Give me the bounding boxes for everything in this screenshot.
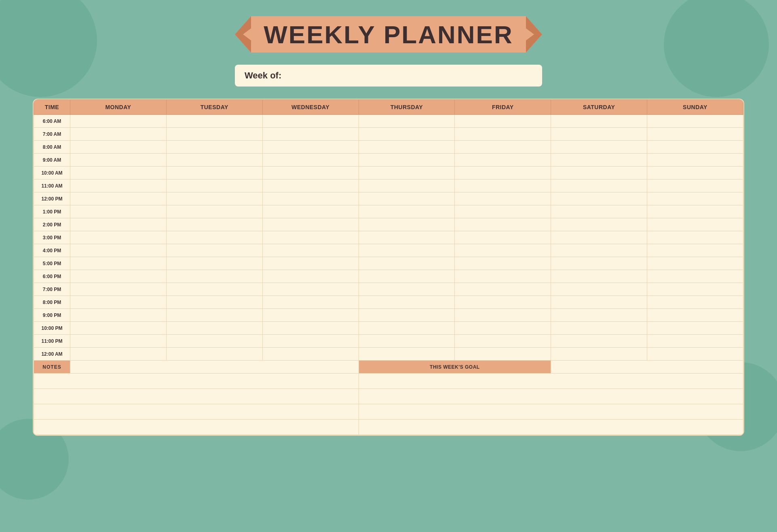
data-cell-row11-col4[interactable] <box>455 257 551 270</box>
data-cell-row12-col3[interactable] <box>359 270 455 283</box>
data-cell-row13-col1[interactable] <box>166 283 262 296</box>
notes-row-2[interactable] <box>34 389 359 404</box>
data-cell-row14-col3[interactable] <box>359 296 455 309</box>
data-cell-row9-col3[interactable] <box>359 231 455 244</box>
data-cell-row3-col0[interactable] <box>70 154 167 167</box>
data-cell-row12-col5[interactable] <box>551 270 647 283</box>
data-cell-row9-col6[interactable] <box>647 231 743 244</box>
data-cell-row5-col0[interactable] <box>70 179 167 192</box>
data-cell-row6-col4[interactable] <box>455 192 551 205</box>
data-cell-row8-col6[interactable] <box>647 218 743 231</box>
data-cell-row13-col5[interactable] <box>551 283 647 296</box>
data-cell-row15-col2[interactable] <box>262 309 359 322</box>
data-cell-row0-col1[interactable] <box>166 115 262 128</box>
data-cell-row18-col2[interactable] <box>262 348 359 361</box>
data-cell-row4-col4[interactable] <box>455 167 551 179</box>
data-cell-row16-col1[interactable] <box>166 322 262 335</box>
data-cell-row17-col2[interactable] <box>262 335 359 348</box>
data-cell-row4-col0[interactable] <box>70 167 167 179</box>
data-cell-row18-col5[interactable] <box>551 348 647 361</box>
data-cell-row0-col0[interactable] <box>70 115 167 128</box>
data-cell-row10-col2[interactable] <box>262 244 359 257</box>
data-cell-row4-col3[interactable] <box>359 167 455 179</box>
data-cell-row11-col2[interactable] <box>262 257 359 270</box>
data-cell-row8-col5[interactable] <box>551 218 647 231</box>
data-cell-row14-col1[interactable] <box>166 296 262 309</box>
goal-row-1[interactable] <box>359 374 743 389</box>
data-cell-row7-col3[interactable] <box>359 205 455 218</box>
data-cell-row14-col0[interactable] <box>70 296 167 309</box>
data-cell-row17-col1[interactable] <box>166 335 262 348</box>
data-cell-row2-col2[interactable] <box>262 141 359 154</box>
data-cell-row0-col3[interactable] <box>359 115 455 128</box>
data-cell-row12-col0[interactable] <box>70 270 167 283</box>
data-cell-row2-col3[interactable] <box>359 141 455 154</box>
data-cell-row5-col1[interactable] <box>166 179 262 192</box>
data-cell-row15-col6[interactable] <box>647 309 743 322</box>
data-cell-row10-col6[interactable] <box>647 244 743 257</box>
data-cell-row0-col4[interactable] <box>455 115 551 128</box>
goal-row-4[interactable] <box>359 420 743 435</box>
data-cell-row17-col6[interactable] <box>647 335 743 348</box>
data-cell-row6-col1[interactable] <box>166 192 262 205</box>
data-cell-row12-col1[interactable] <box>166 270 262 283</box>
data-cell-row6-col6[interactable] <box>647 192 743 205</box>
data-cell-row6-col2[interactable] <box>262 192 359 205</box>
data-cell-row7-col1[interactable] <box>166 205 262 218</box>
data-cell-row2-col1[interactable] <box>166 141 262 154</box>
data-cell-row17-col0[interactable] <box>70 335 167 348</box>
notes-row-3[interactable] <box>34 404 359 420</box>
data-cell-row5-col4[interactable] <box>455 179 551 192</box>
data-cell-row15-col1[interactable] <box>166 309 262 322</box>
data-cell-row8-col1[interactable] <box>166 218 262 231</box>
data-cell-row6-col3[interactable] <box>359 192 455 205</box>
data-cell-row10-col0[interactable] <box>70 244 167 257</box>
data-cell-row0-col2[interactable] <box>262 115 359 128</box>
data-cell-row9-col0[interactable] <box>70 231 167 244</box>
notes-row-1[interactable] <box>34 374 359 389</box>
data-cell-row3-col2[interactable] <box>262 154 359 167</box>
data-cell-row17-col3[interactable] <box>359 335 455 348</box>
data-cell-row0-col5[interactable] <box>551 115 647 128</box>
data-cell-row11-col5[interactable] <box>551 257 647 270</box>
data-cell-row11-col0[interactable] <box>70 257 167 270</box>
data-cell-row4-col2[interactable] <box>262 167 359 179</box>
data-cell-row5-col2[interactable] <box>262 179 359 192</box>
data-cell-row12-col2[interactable] <box>262 270 359 283</box>
data-cell-row1-col2[interactable] <box>262 128 359 141</box>
data-cell-row1-col1[interactable] <box>166 128 262 141</box>
data-cell-row3-col3[interactable] <box>359 154 455 167</box>
data-cell-row8-col2[interactable] <box>262 218 359 231</box>
goal-area-top[interactable] <box>551 361 743 374</box>
data-cell-row16-col3[interactable] <box>359 322 455 335</box>
data-cell-row0-col6[interactable] <box>647 115 743 128</box>
data-cell-row13-col6[interactable] <box>647 283 743 296</box>
data-cell-row14-col6[interactable] <box>647 296 743 309</box>
data-cell-row7-col6[interactable] <box>647 205 743 218</box>
data-cell-row15-col3[interactable] <box>359 309 455 322</box>
data-cell-row11-col6[interactable] <box>647 257 743 270</box>
data-cell-row14-col4[interactable] <box>455 296 551 309</box>
notes-row-4[interactable] <box>34 420 359 435</box>
data-cell-row11-col1[interactable] <box>166 257 262 270</box>
data-cell-row8-col3[interactable] <box>359 218 455 231</box>
data-cell-row9-col4[interactable] <box>455 231 551 244</box>
data-cell-row16-col0[interactable] <box>70 322 167 335</box>
data-cell-row1-col5[interactable] <box>551 128 647 141</box>
data-cell-row18-col1[interactable] <box>166 348 262 361</box>
data-cell-row14-col2[interactable] <box>262 296 359 309</box>
data-cell-row2-col5[interactable] <box>551 141 647 154</box>
data-cell-row5-col3[interactable] <box>359 179 455 192</box>
data-cell-row7-col0[interactable] <box>70 205 167 218</box>
data-cell-row16-col5[interactable] <box>551 322 647 335</box>
data-cell-row1-col4[interactable] <box>455 128 551 141</box>
data-cell-row3-col6[interactable] <box>647 154 743 167</box>
data-cell-row18-col4[interactable] <box>455 348 551 361</box>
data-cell-row6-col5[interactable] <box>551 192 647 205</box>
data-cell-row15-col4[interactable] <box>455 309 551 322</box>
data-cell-row5-col6[interactable] <box>647 179 743 192</box>
goal-row-3[interactable] <box>359 404 743 420</box>
data-cell-row13-col0[interactable] <box>70 283 167 296</box>
data-cell-row7-col5[interactable] <box>551 205 647 218</box>
data-cell-row10-col4[interactable] <box>455 244 551 257</box>
